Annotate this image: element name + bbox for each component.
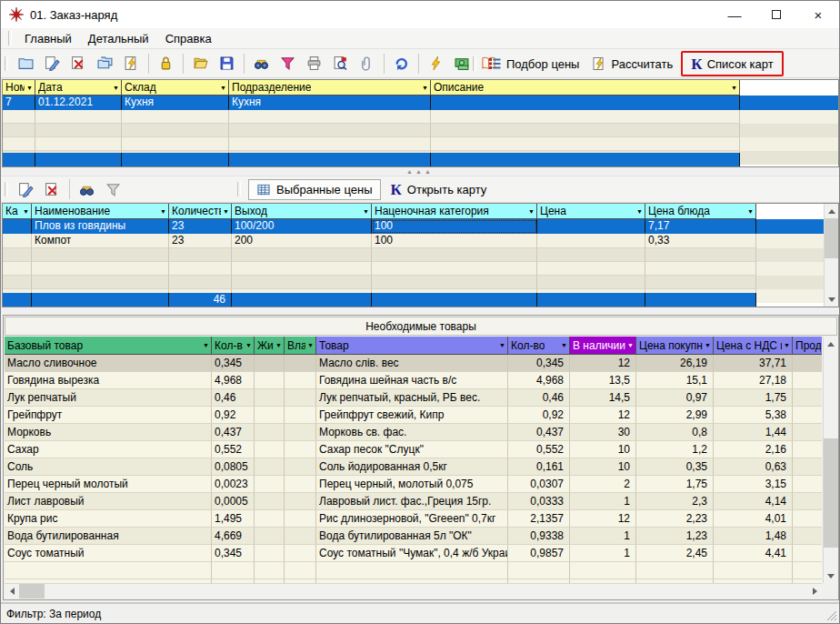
post-button[interactable] <box>118 52 145 75</box>
cell[interactable]: 2,23 <box>636 510 714 528</box>
minimize-button[interactable]: — <box>714 1 755 28</box>
scroll-down-arrow[interactable] <box>824 569 838 583</box>
cell[interactable] <box>255 458 285 476</box>
table-row[interactable]: Говядина вырезка4,968Говядина шейная час… <box>5 372 822 389</box>
sort-arrow-icon[interactable]: ▼ <box>160 208 166 215</box>
cell[interactable]: 0,345 <box>212 545 255 562</box>
cell[interactable] <box>537 219 645 234</box>
cell[interactable]: Соус томатный <box>5 545 212 562</box>
cell[interactable] <box>3 234 32 248</box>
sort-arrow-icon[interactable]: ▼ <box>747 208 754 215</box>
table-row[interactable]: Сахар0,552Сахар песок "Слуцк"0,552101,22… <box>5 441 822 458</box>
table-row[interactable]: Вода бутилированная4,669Вода бутилирован… <box>5 528 822 545</box>
table-row[interactable]: Масло сливочное0,345Масло слів. вес0,345… <box>5 355 822 372</box>
cell[interactable]: Грейпфрут свежий, Кипр <box>316 407 508 424</box>
cell[interactable]: 1 <box>570 493 636 510</box>
sort-arrow-icon[interactable]: ▼ <box>275 342 282 348</box>
find-button[interactable] <box>248 52 275 75</box>
cell[interactable]: 0,35 <box>636 458 714 476</box>
sort-arrow-icon[interactable]: ▼ <box>499 342 505 348</box>
menu-detail[interactable]: Детальный <box>80 32 157 45</box>
cell[interactable]: 0,92 <box>212 407 255 424</box>
recalc-button[interactable] <box>423 52 449 75</box>
column-header[interactable]: Ном▼ <box>3 80 35 96</box>
cell[interactable]: 2,16 <box>714 441 793 458</box>
table-row[interactable]: Соль0,0805Соль йодированная 0,5кг0,16110… <box>5 458 822 476</box>
scroll-down-arrow[interactable] <box>825 292 839 307</box>
cell[interactable] <box>3 219 32 234</box>
cell[interactable] <box>793 372 822 389</box>
sort-arrow-icon[interactable]: ▼ <box>731 85 737 91</box>
cell[interactable]: 13,5 <box>570 372 636 389</box>
cell[interactable]: Лук репчатый <box>5 389 212 407</box>
cell[interactable]: Перец черный, молотый 0,075 <box>316 476 508 493</box>
cell[interactable]: 0,33 <box>645 234 756 248</box>
cell[interactable] <box>285 458 316 476</box>
cell[interactable]: 0,0333 <box>508 493 570 510</box>
table-row[interactable]: Лист лавровый0,0005Лавровый лист. фас.,Г… <box>5 493 822 510</box>
cell[interactable] <box>793 493 822 510</box>
column-header[interactable]: Цена▼ <box>537 204 645 219</box>
menu-main[interactable]: Главный <box>16 32 80 45</box>
cell[interactable]: 100 <box>372 234 537 248</box>
cell[interactable]: 10 <box>570 458 636 476</box>
cell[interactable]: Масло сливочное <box>5 355 212 372</box>
cell[interactable]: Лавровый лист. фас.,Греция 15гр. <box>316 493 508 510</box>
cell[interactable]: 100 <box>372 219 537 234</box>
cell[interactable]: Вода бутилированная 5л "ОК" <box>316 528 508 545</box>
column-header[interactable]: Наименование▼ <box>32 204 169 219</box>
cell[interactable]: Соль <box>5 458 212 476</box>
cell[interactable] <box>793 441 822 458</box>
cell[interactable]: Лист лавровый <box>5 493 212 510</box>
cell[interactable]: 4,968 <box>508 372 570 389</box>
sort-arrow-icon[interactable]: ▼ <box>363 208 369 215</box>
cell[interactable]: 0,552 <box>508 441 570 458</box>
cell[interactable] <box>255 372 285 389</box>
calculate-button[interactable]: Рассчитать <box>585 54 679 74</box>
cell[interactable]: Кухня <box>122 96 229 110</box>
cell[interactable] <box>793 545 822 562</box>
cell[interactable]: 0,8 <box>636 424 714 441</box>
column-header[interactable]: Ка▼ <box>3 204 32 219</box>
column-header[interactable]: Дата▼ <box>35 80 122 96</box>
cell[interactable]: 0,161 <box>508 458 570 476</box>
cell[interactable]: 0,0805 <box>212 458 255 476</box>
cell[interactable]: 0,0005 <box>212 493 255 510</box>
cell[interactable] <box>793 476 822 493</box>
splitter-handle[interactable]: ▲▲▲ <box>1 167 839 176</box>
sort-arrow-icon[interactable]: ▼ <box>705 342 711 348</box>
edit-button[interactable] <box>39 52 65 75</box>
cell[interactable]: 1,495 <box>212 510 255 528</box>
cell[interactable]: 0,97 <box>636 389 714 407</box>
cell[interactable]: 0,92 <box>508 407 570 424</box>
cell[interactable]: 0,0023 <box>212 476 255 493</box>
cell[interactable]: 0,9857 <box>508 545 570 562</box>
cell[interactable] <box>793 407 822 424</box>
menu-help[interactable]: Справка <box>157 32 220 45</box>
cell[interactable]: 10 <box>570 441 636 458</box>
cell[interactable]: Сахар песок "Слуцк" <box>316 441 508 458</box>
cell[interactable] <box>255 476 285 493</box>
maximize-button[interactable] <box>755 1 797 28</box>
column-header[interactable]: Цена с НДС и▼ <box>714 337 793 355</box>
cell[interactable] <box>793 389 822 407</box>
cell[interactable]: Плов из говядины <box>32 219 169 234</box>
column-header[interactable]: Цена блюда▼ <box>645 204 756 219</box>
cell[interactable]: 0,63 <box>714 458 793 476</box>
column-header[interactable]: Базовый товар▼ <box>5 337 212 355</box>
cell[interactable]: 3,15 <box>714 476 793 493</box>
column-header[interactable]: Товар▼ <box>316 337 508 355</box>
cell[interactable] <box>793 355 822 372</box>
cell[interactable]: 1 <box>570 545 636 562</box>
table-row[interactable]: Соус томатный0,345Соус томатный "Чумак",… <box>5 545 822 562</box>
card-list-button[interactable]: К Список карт <box>685 54 779 75</box>
scroll-up-arrow[interactable] <box>824 337 838 351</box>
column-header[interactable]: Прода <box>793 337 822 355</box>
cell[interactable] <box>285 441 316 458</box>
sort-arrow-icon[interactable]: ▼ <box>223 208 229 215</box>
scroll-up-arrow[interactable] <box>825 204 839 218</box>
column-header[interactable]: Кол-в▼ <box>212 337 255 355</box>
sort-arrow-icon[interactable]: ▼ <box>203 342 209 348</box>
sort-arrow-icon[interactable]: ▼ <box>245 342 252 348</box>
cell[interactable] <box>285 407 316 424</box>
